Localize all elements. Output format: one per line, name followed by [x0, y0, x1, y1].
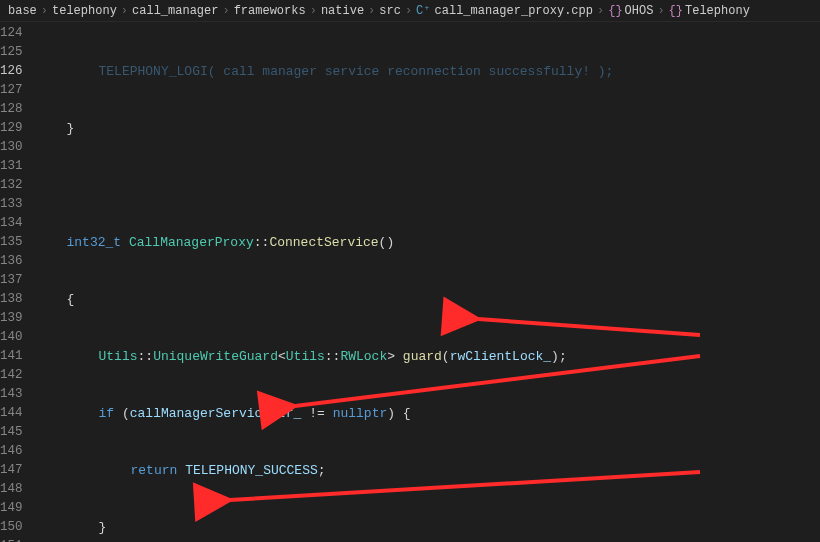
- line-number: 145: [0, 423, 23, 442]
- cpp-file-icon: C⁺: [416, 3, 430, 18]
- namespace-icon: {}: [608, 4, 622, 18]
- line-number: 143: [0, 385, 23, 404]
- line-number: 141: [0, 347, 23, 366]
- crumb[interactable]: native: [321, 4, 364, 18]
- line-number: 135: [0, 233, 23, 252]
- crumb[interactable]: call_manager: [132, 4, 218, 18]
- crumb[interactable]: base: [8, 4, 37, 18]
- line-number: 140: [0, 328, 23, 347]
- crumb-ns[interactable]: OHOS: [625, 4, 654, 18]
- code-line[interactable]: }: [35, 119, 820, 138]
- line-number: 130: [0, 138, 23, 157]
- code-line[interactable]: [35, 176, 820, 195]
- line-number: 126: [0, 62, 23, 81]
- line-number: 144: [0, 404, 23, 423]
- line-number-gutter: 1241251261271281291301311321331341351361…: [0, 22, 35, 542]
- code-editor[interactable]: 1241251261271281291301311321331341351361…: [0, 22, 820, 542]
- line-number: 128: [0, 100, 23, 119]
- crumb[interactable]: frameworks: [234, 4, 306, 18]
- line-number: 127: [0, 81, 23, 100]
- code-line[interactable]: int32_t CallManagerProxy::ConnectService…: [35, 233, 820, 252]
- code-line[interactable]: {: [35, 290, 820, 309]
- crumb[interactable]: telephony: [52, 4, 117, 18]
- line-number: 150: [0, 518, 23, 537]
- line-number: 125: [0, 43, 23, 62]
- chevron-right-icon: ›: [41, 4, 48, 18]
- line-number: 134: [0, 214, 23, 233]
- line-number: 139: [0, 309, 23, 328]
- code-line[interactable]: return TELEPHONY_SUCCESS;: [35, 461, 820, 480]
- code-line[interactable]: Utils::UniqueWriteGuard<Utils::RWLock> g…: [35, 347, 820, 366]
- line-number: 129: [0, 119, 23, 138]
- code-line[interactable]: }: [35, 518, 820, 537]
- chevron-right-icon: ›: [368, 4, 375, 18]
- chevron-right-icon: ›: [121, 4, 128, 18]
- crumb[interactable]: src: [379, 4, 401, 18]
- chevron-right-icon: ›: [657, 4, 664, 18]
- chevron-right-icon: ›: [597, 4, 604, 18]
- breadcrumb[interactable]: base› telephony› call_manager› framework…: [0, 0, 820, 22]
- crumb-file[interactable]: call_manager_proxy.cpp: [435, 4, 593, 18]
- code-line[interactable]: TELEPHONY_LOGI( call manager service rec…: [35, 62, 820, 81]
- line-number: 148: [0, 480, 23, 499]
- line-number: 142: [0, 366, 23, 385]
- line-number: 138: [0, 290, 23, 309]
- line-number: 133: [0, 195, 23, 214]
- line-number: 147: [0, 461, 23, 480]
- crumb-ns[interactable]: Telephony: [685, 4, 750, 18]
- line-number: 136: [0, 252, 23, 271]
- namespace-icon: {}: [669, 4, 683, 18]
- line-number: 137: [0, 271, 23, 290]
- line-number: 151: [0, 537, 23, 542]
- line-number: 131: [0, 157, 23, 176]
- line-number: 124: [0, 24, 23, 43]
- line-number: 149: [0, 499, 23, 518]
- chevron-right-icon: ›: [310, 4, 317, 18]
- chevron-right-icon: ›: [405, 4, 412, 18]
- code-line[interactable]: if (callManagerServicePtr_ != nullptr) {: [35, 404, 820, 423]
- line-number: 132: [0, 176, 23, 195]
- line-number: 146: [0, 442, 23, 461]
- code-area[interactable]: TELEPHONY_LOGI( call manager service rec…: [35, 22, 820, 542]
- chevron-right-icon: ›: [222, 4, 229, 18]
